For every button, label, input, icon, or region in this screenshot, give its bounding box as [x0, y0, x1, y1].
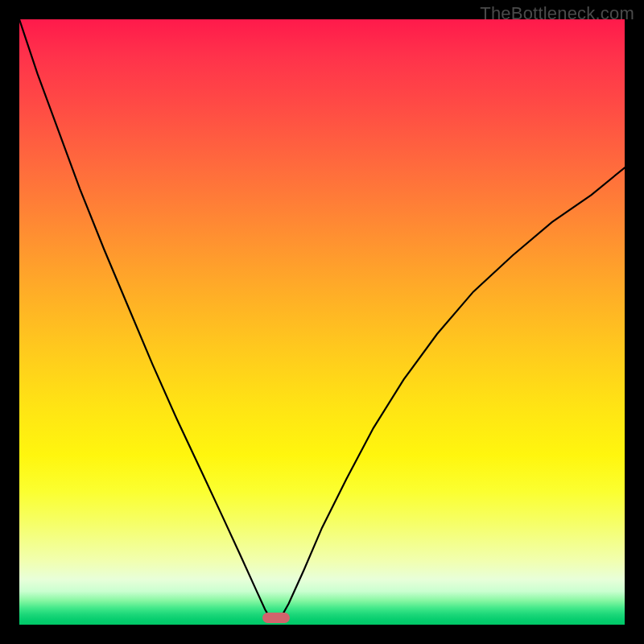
minimum-marker	[262, 613, 290, 623]
curve-right-branch	[279, 167, 625, 620]
plot-area	[19, 19, 625, 625]
chart-frame: TheBottleneck.com	[0, 0, 644, 644]
curve-left-branch	[19, 19, 271, 620]
bottleneck-curve	[19, 19, 625, 625]
